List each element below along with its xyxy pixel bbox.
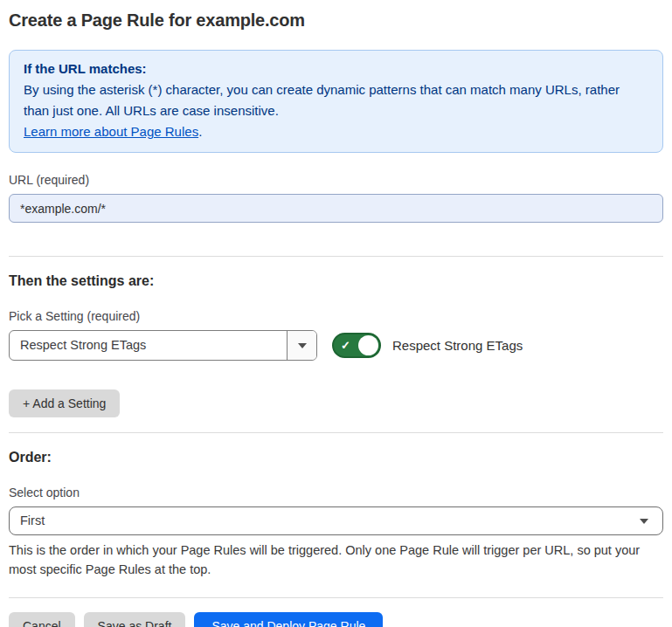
order-help-text: This is the order in which your Page Rul… (9, 541, 663, 579)
footer-actions: Cancel Save as Draft Save and Deploy Pag… (9, 612, 663, 627)
divider (9, 597, 663, 598)
setting-row: Respect Strong ETags ✓ Respect Strong ET… (9, 330, 663, 361)
toggle-knob (358, 335, 378, 355)
info-box-body: By using the asterisk (*) character, you… (24, 79, 648, 121)
chevron-down-icon (298, 343, 307, 348)
learn-more-link[interactable]: Learn more about Page Rules (24, 124, 198, 139)
link-suffix: . (198, 124, 202, 139)
info-box-link-line: Learn more about Page Rules. (24, 121, 648, 142)
save-and-deploy-button[interactable]: Save and Deploy Page Rule (194, 612, 383, 627)
order-select-value: First (10, 507, 662, 534)
divider (9, 256, 663, 257)
info-box-heading: If the URL matches: (24, 59, 648, 79)
toggle-label: Respect Strong ETags (392, 338, 523, 353)
divider (9, 432, 663, 433)
cancel-button[interactable]: Cancel (9, 612, 75, 627)
url-label: URL (required) (9, 173, 663, 187)
save-as-draft-button[interactable]: Save as Draft (84, 612, 186, 627)
check-icon: ✓ (341, 338, 350, 353)
setting-select-arrow-button[interactable] (287, 331, 316, 360)
page-title: Create a Page Rule for example.com (9, 10, 663, 31)
order-select[interactable]: First (9, 506, 663, 535)
url-match-info-box: If the URL matches: By using the asteris… (9, 50, 663, 153)
setting-select[interactable]: Respect Strong ETags (9, 330, 317, 361)
order-section-heading: Order: (9, 450, 663, 465)
settings-section-heading: Then the settings are: (9, 273, 663, 289)
add-setting-button[interactable]: + Add a Setting (9, 389, 120, 417)
order-select-label: Select option (9, 486, 663, 500)
respect-strong-etags-toggle[interactable]: ✓ (332, 333, 381, 358)
create-page-rule-form: Create a Page Rule for example.com If th… (0, 0, 672, 627)
url-input[interactable] (9, 194, 663, 223)
setting-select-value: Respect Strong ETags (10, 331, 287, 360)
chevron-down-icon (640, 519, 648, 524)
pick-setting-label: Pick a Setting (required) (9, 309, 663, 323)
